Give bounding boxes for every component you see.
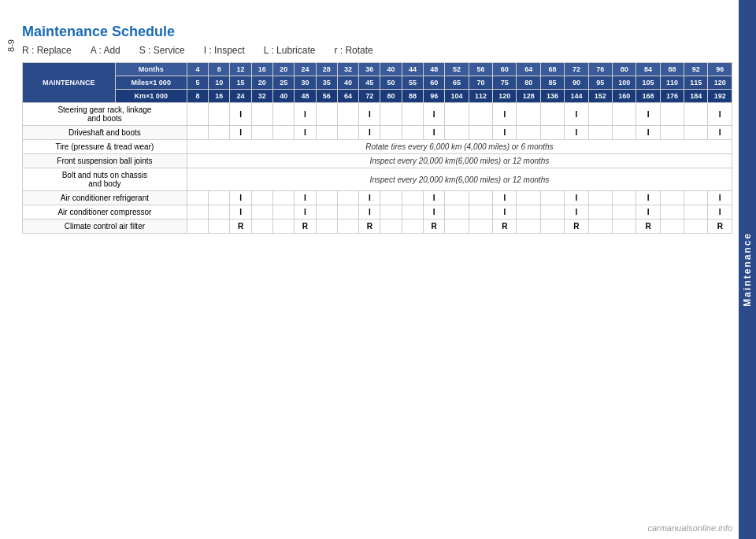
month-header: 12 [230, 63, 251, 76]
data-cell: I [424, 191, 445, 205]
data-cell [684, 205, 708, 220]
data-cell [316, 126, 337, 140]
data-cell: R [493, 220, 517, 234]
month-header: 60 [493, 63, 517, 76]
miles-header: 50 [380, 76, 402, 90]
data-cell [251, 103, 272, 126]
data-cell [251, 126, 272, 140]
data-cell: I [295, 126, 316, 140]
month-header: 32 [337, 63, 358, 76]
table-row: Front suspension ball jointsInspect ever… [23, 154, 732, 168]
data-cell: I [565, 126, 588, 140]
km-header: 184 [684, 90, 708, 103]
legend-item: S : Service [139, 45, 185, 56]
data-cell: I [565, 103, 588, 126]
miles-header: 35 [316, 76, 337, 90]
miles-header: 100 [612, 76, 636, 90]
miles-header: 95 [588, 76, 612, 90]
data-cell [445, 191, 469, 205]
data-cell [660, 191, 684, 205]
data-cell [272, 205, 294, 220]
miles-header: 80 [517, 76, 540, 90]
miles-header: 40 [337, 76, 358, 90]
data-cell [660, 126, 684, 140]
table-wrapper: MAINTENANCEMonths48121620242832364044485… [22, 62, 732, 234]
data-cell [402, 103, 423, 126]
data-cell: I [295, 191, 316, 205]
data-cell: R [708, 220, 732, 234]
km-header: 72 [359, 90, 380, 103]
km-header: 48 [295, 90, 316, 103]
km-header: 128 [517, 90, 540, 103]
data-cell: R [565, 220, 588, 234]
data-cell [316, 103, 337, 126]
data-cell [469, 205, 492, 220]
data-cell: I [295, 103, 316, 126]
data-cell: I [230, 103, 251, 126]
data-cell [272, 220, 294, 234]
data-cell [517, 220, 540, 234]
km-header: 8 [187, 90, 208, 103]
page-number: 8-9 [6, 39, 16, 52]
month-header: 64 [517, 63, 540, 76]
miles-header: 70 [469, 76, 492, 90]
sidebar: Maintenance [739, 0, 756, 539]
data-cell [380, 103, 402, 126]
data-cell: I [424, 205, 445, 220]
data-cell [380, 205, 402, 220]
data-cell [187, 103, 208, 126]
span-cell: Rotate tires every 6,000 km (4,000 miles… [187, 140, 732, 154]
month-header: 92 [684, 63, 708, 76]
maintenance-table: MAINTENANCEMonths48121620242832364044485… [22, 62, 732, 234]
km-header: 176 [660, 90, 684, 103]
data-cell [402, 126, 423, 140]
data-cell [316, 205, 337, 220]
data-cell: I [636, 191, 660, 205]
data-cell: R [359, 220, 380, 234]
data-cell [251, 205, 272, 220]
data-cell [540, 220, 564, 234]
data-cell [540, 103, 564, 126]
data-cell [684, 126, 708, 140]
month-header: 96 [708, 63, 732, 76]
data-cell: I [359, 205, 380, 220]
data-cell [209, 220, 230, 234]
miles-header: 5 [187, 76, 208, 90]
month-header: 20 [272, 63, 294, 76]
miles-label: Miles×1 000 [115, 76, 187, 90]
km-header: 56 [316, 90, 337, 103]
data-cell: I [708, 205, 732, 220]
km-header: 32 [251, 90, 272, 103]
maintenance-header: MAINTENANCE [23, 63, 116, 103]
row-label: Air conditioner refrigerant [23, 191, 187, 205]
data-cell [380, 126, 402, 140]
km-header: 112 [469, 90, 492, 103]
row-label: Tire (pressure & tread wear) [23, 140, 187, 154]
miles-header: 45 [359, 76, 380, 90]
data-cell: I [493, 126, 517, 140]
legend-item: A : Add [91, 45, 120, 56]
month-header: 68 [540, 63, 564, 76]
data-cell [684, 220, 708, 234]
data-cell [540, 191, 564, 205]
data-cell [540, 126, 564, 140]
data-cell [209, 126, 230, 140]
data-cell [209, 191, 230, 205]
data-cell [517, 103, 540, 126]
data-cell [660, 205, 684, 220]
km-header: 160 [612, 90, 636, 103]
data-cell [337, 220, 358, 234]
data-cell [337, 205, 358, 220]
miles-header: 110 [660, 76, 684, 90]
data-cell [445, 126, 469, 140]
month-header: 8 [209, 63, 230, 76]
data-cell: I [636, 126, 660, 140]
data-cell [588, 205, 612, 220]
data-cell [517, 126, 540, 140]
data-cell [469, 220, 492, 234]
km-header: 24 [230, 90, 251, 103]
data-cell [209, 205, 230, 220]
span-cell: Inspect every 20,000 km(6,000 miles) or … [187, 154, 732, 168]
data-cell [402, 191, 423, 205]
month-header: 76 [588, 63, 612, 76]
